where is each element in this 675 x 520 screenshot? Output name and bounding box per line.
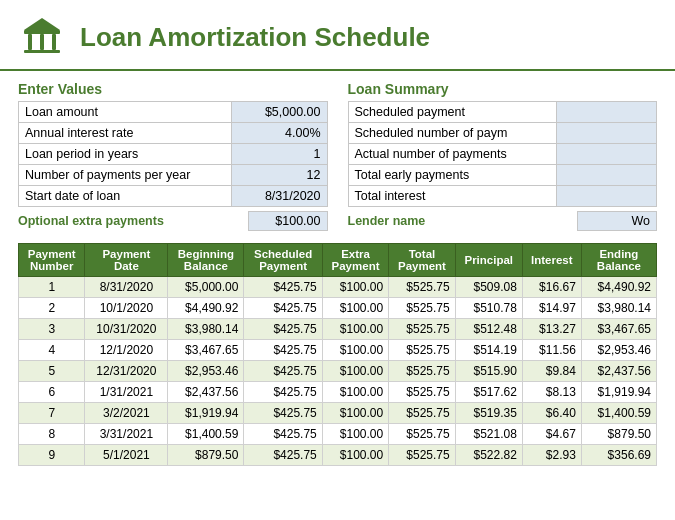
cell-beginning-balance: $3,980.14	[168, 319, 244, 340]
cell-payment-number: 6	[19, 382, 85, 403]
cell-beginning-balance: $1,400.59	[168, 424, 244, 445]
col-header-scheduled-payment: Scheduled Payment	[244, 244, 322, 277]
cell-interest: $6.40	[522, 403, 581, 424]
row-label: Annual interest rate	[19, 123, 232, 144]
col-header-total-payment: Total Payment	[389, 244, 455, 277]
lender-value: Wo	[577, 211, 657, 231]
cell-payment-date: 1/31/2021	[85, 382, 168, 403]
summary-row: Total interest	[348, 186, 657, 207]
summary-value	[556, 102, 656, 123]
summary-row: Total early payments	[348, 165, 657, 186]
row-label: Loan amount	[19, 102, 232, 123]
col-header-ending-balance: Ending Balance	[581, 244, 656, 277]
enter-values-row: Number of payments per year12	[19, 165, 328, 186]
cell-extra-payment: $100.00	[322, 319, 388, 340]
cell-interest: $13.27	[522, 319, 581, 340]
cell-extra-payment: $100.00	[322, 445, 388, 466]
cell-beginning-balance: $3,467.65	[168, 340, 244, 361]
loan-summary-title: Loan Summary	[348, 81, 658, 97]
enter-values-table: Loan amount$5,000.00Annual interest rate…	[18, 101, 328, 207]
svg-rect-1	[28, 34, 32, 50]
cell-extra-payment: $100.00	[322, 340, 388, 361]
summary-label: Scheduled number of paym	[348, 123, 556, 144]
optional-extra-row: Optional extra payments $100.00	[18, 207, 328, 231]
cell-scheduled-payment: $425.75	[244, 319, 322, 340]
row-label: Start date of loan	[19, 186, 232, 207]
col-header-payment-number: Payment Number	[19, 244, 85, 277]
cell-beginning-balance: $5,000.00	[168, 277, 244, 298]
main-content: Enter Values Loan amount$5,000.00Annual …	[0, 71, 675, 235]
cell-ending-balance: $3,980.14	[581, 298, 656, 319]
cell-total-payment: $525.75	[389, 277, 455, 298]
cell-interest: $8.13	[522, 382, 581, 403]
cell-scheduled-payment: $425.75	[244, 424, 322, 445]
cell-scheduled-payment: $425.75	[244, 340, 322, 361]
cell-payment-number: 7	[19, 403, 85, 424]
cell-interest: $14.97	[522, 298, 581, 319]
cell-ending-balance: $879.50	[581, 424, 656, 445]
enter-values-row: Loan amount$5,000.00	[19, 102, 328, 123]
cell-beginning-balance: $1,919.94	[168, 403, 244, 424]
cell-total-payment: $525.75	[389, 445, 455, 466]
cell-principal: $510.78	[455, 298, 522, 319]
cell-scheduled-payment: $425.75	[244, 445, 322, 466]
cell-payment-date: 3/31/2021	[85, 424, 168, 445]
schedule-table: Payment NumberPayment DateBeginning Bala…	[18, 243, 657, 466]
cell-scheduled-payment: $425.75	[244, 403, 322, 424]
cell-payment-number: 1	[19, 277, 85, 298]
cell-ending-balance: $1,919.94	[581, 382, 656, 403]
enter-values-title: Enter Values	[18, 81, 328, 97]
cell-total-payment: $525.75	[389, 382, 455, 403]
cell-principal: $514.19	[455, 340, 522, 361]
cell-ending-balance: $4,490.92	[581, 277, 656, 298]
row-value: 12	[231, 165, 327, 186]
row-value: 8/31/2020	[231, 186, 327, 207]
cell-extra-payment: $100.00	[322, 298, 388, 319]
cell-principal: $512.48	[455, 319, 522, 340]
cell-scheduled-payment: $425.75	[244, 361, 322, 382]
cell-beginning-balance: $2,437.56	[168, 382, 244, 403]
optional-extra-value: $100.00	[248, 211, 328, 231]
table-row: 73/2/2021$1,919.94$425.75$100.00$525.75$…	[19, 403, 657, 424]
col-header-extra-payment: Extra Payment	[322, 244, 388, 277]
schedule-section: Payment NumberPayment DateBeginning Bala…	[0, 235, 675, 470]
optional-extra-label: Optional extra payments	[18, 214, 164, 228]
col-header-payment-date: Payment Date	[85, 244, 168, 277]
summary-value	[556, 186, 656, 207]
summary-value	[556, 123, 656, 144]
col-header-interest: Interest	[522, 244, 581, 277]
table-row: 83/31/2021$1,400.59$425.75$100.00$525.75…	[19, 424, 657, 445]
bank-icon	[18, 12, 66, 63]
summary-value	[556, 165, 656, 186]
table-row: 310/31/2020$3,980.14$425.75$100.00$525.7…	[19, 319, 657, 340]
enter-values-section: Enter Values Loan amount$5,000.00Annual …	[18, 81, 328, 231]
page-header: Loan Amortization Schedule	[0, 0, 675, 71]
lender-row: Lender name Wo	[348, 207, 658, 231]
svg-rect-3	[52, 34, 56, 50]
cell-ending-balance: $3,467.65	[581, 319, 656, 340]
cell-extra-payment: $100.00	[322, 361, 388, 382]
cell-payment-date: 5/1/2021	[85, 445, 168, 466]
cell-total-payment: $525.75	[389, 298, 455, 319]
cell-ending-balance: $2,437.56	[581, 361, 656, 382]
enter-values-row: Start date of loan8/31/2020	[19, 186, 328, 207]
cell-beginning-balance: $4,490.92	[168, 298, 244, 319]
row-value: $5,000.00	[231, 102, 327, 123]
cell-payment-number: 3	[19, 319, 85, 340]
lender-label: Lender name	[348, 214, 426, 228]
summary-row: Actual number of payments	[348, 144, 657, 165]
cell-principal: $522.82	[455, 445, 522, 466]
col-header-beginning-balance: Beginning Balance	[168, 244, 244, 277]
cell-extra-payment: $100.00	[322, 382, 388, 403]
row-value: 1	[231, 144, 327, 165]
cell-principal: $517.62	[455, 382, 522, 403]
cell-ending-balance: $2,953.46	[581, 340, 656, 361]
cell-total-payment: $525.75	[389, 340, 455, 361]
cell-extra-payment: $100.00	[322, 403, 388, 424]
svg-rect-0	[24, 30, 60, 34]
cell-payment-date: 10/1/2020	[85, 298, 168, 319]
cell-payment-number: 2	[19, 298, 85, 319]
svg-rect-4	[24, 50, 60, 53]
cell-total-payment: $525.75	[389, 403, 455, 424]
cell-interest: $11.56	[522, 340, 581, 361]
